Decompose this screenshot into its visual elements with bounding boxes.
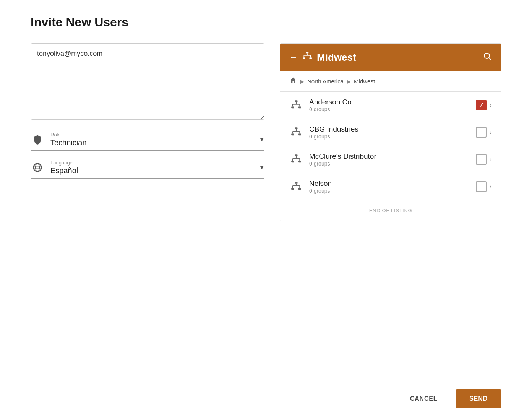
role-dropdown-arrow[interactable]: ▼ (259, 136, 264, 143)
svg-rect-21 (291, 134, 294, 136)
org-sub: 0 groups (309, 106, 470, 112)
org-name: CBG Industries (309, 125, 470, 133)
svg-rect-28 (291, 161, 294, 163)
role-row[interactable]: Role Technician ▼ (31, 132, 264, 151)
svg-point-1 (36, 164, 40, 172)
chevron-right-icon[interactable]: › (490, 156, 492, 164)
breadcrumb-sep-1: ▶ (300, 78, 304, 84)
breadcrumb-north-america[interactable]: North America (307, 78, 344, 84)
svg-rect-5 (303, 57, 305, 59)
svg-point-0 (34, 164, 42, 172)
language-row[interactable]: Language Español ▼ (31, 160, 264, 179)
list-item[interactable]: Anderson Co. 0 groups ✓ › (280, 92, 501, 119)
org-info: McClure's Distributor 0 groups (309, 152, 470, 167)
chevron-right-icon[interactable]: › (490, 128, 492, 136)
panel-title: Midwest (317, 52, 478, 63)
checkbox-unchecked[interactable] (476, 181, 487, 192)
language-content: Language Español (50, 160, 253, 175)
role-content: Role Technician (50, 132, 253, 147)
svg-rect-35 (291, 188, 294, 190)
checkbox-unchecked[interactable] (476, 154, 487, 165)
back-button[interactable]: ← (289, 52, 298, 62)
svg-rect-4 (306, 52, 309, 53)
language-label: Language (50, 160, 253, 166)
chevron-right-icon[interactable]: › (490, 101, 492, 109)
page-title: Invite New Users (31, 15, 501, 29)
svg-line-12 (489, 58, 491, 60)
breadcrumb-midwest: Midwest (354, 78, 375, 84)
org-icon (289, 180, 303, 193)
language-value: Español (50, 166, 253, 175)
breadcrumb: ▶ North America ▶ Midwest (280, 71, 501, 92)
right-panel: ← Midwest (280, 43, 501, 221)
left-panel: tonyoliva@myco.com Role Technician ▼ (31, 43, 280, 179)
org-info: Anderson Co. 0 groups (309, 98, 470, 112)
breadcrumb-sep-2: ▶ (347, 78, 351, 84)
main-content: tonyoliva@myco.com Role Technician ▼ (31, 43, 501, 363)
role-value: Technician (50, 138, 253, 147)
org-actions: › (476, 127, 492, 138)
org-actions: › (476, 154, 492, 165)
svg-rect-22 (298, 134, 301, 136)
org-actions: › (476, 181, 492, 192)
svg-rect-14 (291, 107, 294, 109)
home-icon[interactable] (289, 76, 297, 86)
org-sub: 0 groups (309, 188, 470, 194)
checkbox-unchecked[interactable] (476, 127, 487, 138)
org-icon (289, 98, 303, 112)
list-item[interactable]: McClure's Distributor 0 groups › (280, 146, 501, 173)
org-icon (289, 125, 303, 139)
org-actions: ✓ › (476, 100, 492, 110)
send-button[interactable]: SEND (456, 389, 501, 408)
field-group: Role Technician ▼ Language (31, 132, 264, 179)
org-sub: 0 groups (309, 161, 470, 167)
chevron-right-icon[interactable]: › (490, 183, 492, 191)
svg-rect-27 (295, 154, 298, 156)
svg-rect-20 (295, 127, 298, 129)
org-name: Nelson (309, 179, 470, 188)
org-header-icon (302, 51, 312, 63)
org-list: Anderson Co. 0 groups ✓ › (280, 92, 501, 200)
email-input[interactable]: tonyoliva@myco.com (31, 43, 264, 120)
org-name: McClure's Distributor (309, 152, 470, 161)
org-icon (289, 153, 303, 166)
list-item[interactable]: Nelson 0 groups › (280, 173, 501, 200)
search-icon[interactable] (483, 52, 492, 63)
end-listing-text: END OF LISTING (280, 200, 501, 221)
language-icon (31, 161, 44, 174)
svg-rect-15 (298, 107, 301, 109)
checkbox-checked[interactable]: ✓ (476, 100, 487, 110)
org-info: CBG Industries 0 groups (309, 125, 470, 140)
svg-rect-29 (298, 161, 301, 163)
org-sub: 0 groups (309, 133, 470, 140)
cancel-button[interactable]: CANCEL (401, 389, 446, 408)
org-info: Nelson 0 groups (309, 179, 470, 194)
svg-rect-34 (295, 182, 298, 184)
panel-header: ← Midwest (280, 44, 501, 71)
list-item[interactable]: CBG Industries 0 groups › (280, 119, 501, 146)
language-dropdown-arrow[interactable]: ▼ (259, 164, 264, 171)
role-icon (31, 133, 44, 146)
org-name: Anderson Co. (309, 98, 470, 106)
svg-rect-6 (309, 57, 312, 59)
svg-rect-13 (295, 100, 298, 102)
svg-rect-36 (298, 188, 301, 190)
footer: CANCEL SEND (31, 378, 501, 419)
role-label: Role (50, 132, 253, 138)
